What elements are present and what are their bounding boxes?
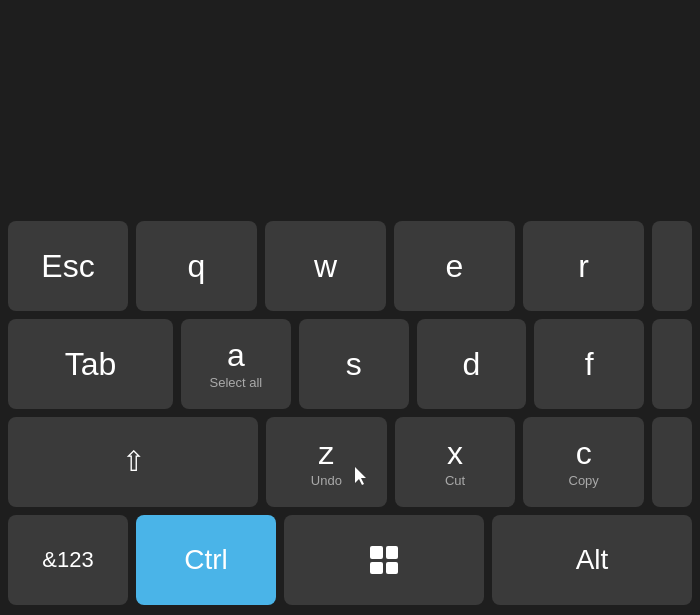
key-a[interactable]: a Select all [181,319,291,409]
key-f[interactable]: f [534,319,644,409]
key-ctrl-label: Ctrl [184,546,228,574]
key-r[interactable]: r [523,221,644,311]
keyboard-row-2: Tab a Select all s d f [0,319,700,409]
keyboard-row-3: ⇧ z Undo x Cut c Copy [0,417,700,507]
key-partial-right-r1 [652,221,692,311]
key-win[interactable] [284,515,484,605]
key-a-sublabel: Select all [210,375,263,390]
key-esc[interactable]: Esc [8,221,128,311]
key-w[interactable]: w [265,221,386,311]
key-z[interactable]: z Undo [266,417,387,507]
key-q-label: q [188,250,206,282]
key-s-label: s [346,348,362,380]
key-123[interactable]: &123 [8,515,128,605]
key-x-sublabel: Cut [445,473,465,488]
virtual-keyboard: Esc q w e r Tab a Select all s d f [0,211,700,615]
key-z-label: z [318,437,334,469]
key-r-label: r [578,250,589,282]
key-a-label: a [227,339,245,371]
key-d[interactable]: d [417,319,527,409]
keyboard-row-4: &123 Ctrl Alt [0,515,700,605]
key-d-label: d [462,348,480,380]
key-partial-right-r3 [652,417,692,507]
cursor-icon [355,467,369,485]
key-shift-label: ⇧ [122,448,145,476]
key-x-label: x [447,437,463,469]
key-f-label: f [585,348,594,380]
key-esc-label: Esc [41,250,94,282]
key-z-sublabel: Undo [311,473,342,488]
keyboard-row-1: Esc q w e r [0,221,700,311]
key-e-label: e [446,250,464,282]
key-tab[interactable]: Tab [8,319,173,409]
key-w-label: w [314,250,337,282]
key-x[interactable]: x Cut [395,417,516,507]
key-c-sublabel: Copy [569,473,599,488]
key-c-label: c [576,437,592,469]
key-tab-label: Tab [65,348,117,380]
key-123-label: &123 [42,549,93,571]
key-shift[interactable]: ⇧ [8,417,258,507]
key-alt-label: Alt [576,546,609,574]
key-c[interactable]: c Copy [523,417,644,507]
windows-icon [370,546,398,574]
key-partial-right-r2 [652,319,692,409]
key-ctrl[interactable]: Ctrl [136,515,276,605]
key-q[interactable]: q [136,221,257,311]
key-alt[interactable]: Alt [492,515,692,605]
key-s[interactable]: s [299,319,409,409]
key-e[interactable]: e [394,221,515,311]
